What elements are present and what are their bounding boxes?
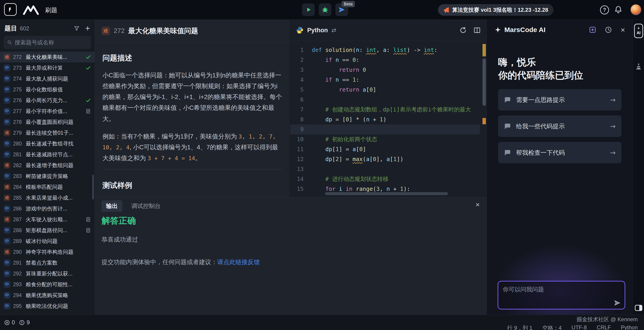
problem-id: 272 — [114, 27, 124, 34]
problem-list-item[interactable]: 难272最大化糖果美味... — [0, 52, 94, 62]
code-lines[interactable]: 1def solution(n: int, a: list) -> int:2 … — [290, 41, 486, 194]
send-button[interactable] — [614, 299, 621, 306]
problem-title: 糖果优惠购买策略 — [26, 292, 91, 299]
ai-input-box[interactable] — [498, 281, 625, 310]
sparkle-icon — [637, 26, 640, 30]
problem-list-item[interactable]: 中278最小覆盖圆面积问题 — [0, 116, 94, 128]
sidebar-scrollbar-thumb[interactable] — [92, 174, 94, 200]
status-cursor-position[interactable]: 行 9，列 1 — [507, 324, 532, 330]
section-heading-samples: 测试样例 — [102, 180, 282, 190]
vertical-scrollbar-thumb[interactable] — [482, 58, 486, 106]
paper-plane-icon — [338, 6, 345, 13]
language-switch-button[interactable]: ⇄ — [332, 27, 336, 34]
problem-list-item[interactable]: 中294糖果优惠购买策略 — [0, 290, 94, 301]
code-line[interactable]: 7 # 创建动态规划数组，dp[i]表示考虑前i个糖果时的最大 — [290, 105, 480, 114]
ide-logo[interactable] — [4, 3, 17, 16]
problems-status[interactable]: 0 9 — [4, 315, 32, 330]
output-panel: 输出 调试控制台 × 解答正确 恭喜成功通过 提交功能内测体验中，任何问题或者建… — [95, 197, 486, 315]
problem-list-item[interactable]: 中288矩形棋盘路径问... — [0, 225, 94, 236]
problem-list-item[interactable]: 中289破冰行动问题 — [0, 236, 94, 246]
user-avatar[interactable] — [630, 4, 642, 15]
problem-body: 问题描述 小C面临一个选择问题：她可以从编号为1到n的糖果中任意选择一些糖果作为… — [95, 53, 290, 197]
close-ai-button[interactable]: × — [620, 26, 625, 34]
code-line[interactable]: 14 # 进行动态规划状态转移 — [290, 174, 480, 184]
editor-vertical-scrollbar[interactable] — [482, 42, 486, 195]
problem-list-item[interactable]: 中280最长递减子数组寻找 — [0, 138, 94, 149]
problem-list-item[interactable]: 中274最大敌人捕获问题 — [0, 73, 94, 84]
problem-list-item[interactable]: 难285水果店果篮最小成... — [0, 192, 94, 203]
search-box[interactable] — [4, 36, 91, 49]
ai-input[interactable] — [498, 282, 624, 300]
problem-list-item[interactable]: 难290神奇字符串构造问题 — [0, 246, 94, 257]
status-eol[interactable]: CRLF — [597, 324, 611, 330]
problem-list-item[interactable]: 难287火车驶入驶出顺... — [0, 214, 94, 225]
reset-code-button[interactable] — [460, 26, 467, 34]
debug-button[interactable] — [319, 4, 331, 16]
suggestion-card-hint[interactable]: 需要一点思路提示 → — [498, 89, 622, 110]
code-line[interactable]: 1def solution(n: int, a: list) -> int: — [290, 45, 480, 55]
ai-assistant-button[interactable]: AI — [634, 24, 643, 38]
tab-debug-console[interactable]: 调试控制台 — [131, 202, 160, 210]
code-line[interactable]: 5 return a[0] — [290, 85, 480, 95]
line-number: 11 — [290, 144, 312, 154]
status-encoding[interactable]: UTF-8 — [572, 324, 587, 330]
suggestion-card-review[interactable]: 帮我检查一下代码 → — [498, 142, 622, 163]
code-line[interactable]: 12 dp[2] = max(a[0], a[1]) — [290, 154, 480, 164]
problem-list-item[interactable]: 难284模板串匹配问题 — [0, 182, 94, 192]
suggestion-card-code-hint[interactable]: 给我一些代码提示 → — [498, 116, 622, 137]
toggle-panel-button[interactable] — [634, 304, 643, 312]
add-problem-button[interactable]: + — [85, 25, 90, 32]
problem-list-item[interactable]: 中286游戏中的伤害计... — [0, 203, 94, 214]
status-indent[interactable]: 空格：4 — [542, 324, 562, 330]
top-bar: 刷题 Beta 算法竞技赛 vol1 3报名啦！12.23 -12. — [0, 0, 644, 20]
code-line[interactable]: 3 return 0 — [290, 65, 480, 75]
problem-list-item[interactable]: 中281最长递减路径节点... — [0, 149, 94, 160]
code-line[interactable]: 2 if n == 0: — [290, 55, 480, 65]
code-line[interactable]: 13 — [290, 164, 480, 174]
notifications-button[interactable] — [614, 6, 622, 14]
new-chat-button[interactable] — [589, 26, 596, 34]
problem-list-item[interactable]: 难282最长递增子数组问题 — [0, 160, 94, 171]
history-button[interactable] — [605, 26, 612, 34]
output-body: 解答正确 恭喜成功通过 提交功能内测体验中，任何问题或者建议：请点此链接反馈 — [95, 215, 486, 266]
feedback-link[interactable]: 请点此链接反馈 — [217, 259, 260, 266]
contest-banner-text: 算法竞技赛 vol1 3报名啦！12.23 -12.28 — [452, 6, 548, 14]
difficulty-badge: 难 — [102, 26, 110, 35]
feedback-text: 提交功能内测体验中，任何问题或者建议： — [102, 259, 217, 266]
chat-bubble-icon — [504, 123, 511, 130]
search-input[interactable] — [15, 39, 87, 46]
code-text: # 初始化前两个状态 — [312, 134, 377, 144]
problem-list-item[interactable]: 中275最小化数组极值 — [0, 84, 94, 95]
run-button[interactable] — [302, 4, 315, 16]
split-view-button[interactable] — [474, 26, 481, 34]
problem-list-item[interactable]: 中293粮食分配的可能性... — [0, 279, 94, 290]
code-line[interactable]: 8 dp = [0] * (n + 1) — [290, 114, 480, 124]
problem-list-item[interactable]: 中273最大异或和计算 — [0, 62, 94, 73]
line-number: 15 — [290, 184, 312, 194]
code-line[interactable]: 4 if n == 1: — [290, 75, 480, 85]
code-line[interactable]: 10 # 初始化前两个状态 — [290, 134, 480, 144]
problem-list-item[interactable]: 中283树苗健康提升策略 — [0, 171, 94, 182]
code-line[interactable]: 11 dp[1] = a[0] — [290, 144, 480, 154]
problem-list-item[interactable]: 中295糖果吃法优化问题 — [0, 301, 94, 312]
problem-title: 最小字符串价值... — [26, 108, 83, 115]
code-line[interactable]: 6 — [290, 95, 480, 105]
problem-list-item[interactable]: 中292算珠重新分配以获... — [0, 268, 94, 279]
filter-button[interactable] — [74, 25, 80, 32]
code-text: if n == 1: — [312, 75, 359, 85]
code-line[interactable]: 9 — [290, 124, 480, 134]
juejin-button[interactable] — [635, 62, 642, 70]
contest-banner[interactable]: 算法竞技赛 vol1 3报名啦！12.23 -12.28 — [438, 4, 553, 16]
problem-list-item[interactable]: 中291禁着点方案数 — [0, 257, 94, 268]
funnel-icon — [74, 25, 80, 32]
problem-list-item[interactable]: 中276最小周长巧克力... — [0, 95, 94, 106]
line-number: 10 — [290, 134, 312, 144]
tab-output[interactable]: 输出 — [102, 200, 122, 212]
status-language[interactable]: Python — [621, 324, 638, 330]
help-button[interactable]: ? — [600, 6, 609, 14]
problem-list-item[interactable]: 中277最小字符串价值... — [0, 106, 94, 116]
close-output-button[interactable]: × — [476, 200, 480, 209]
problem-list-item[interactable]: 难279最长连续交替01子... — [0, 128, 94, 138]
editor-horizontal-scrollbar[interactable] — [325, 192, 448, 195]
app-title: 刷题 — [45, 6, 57, 14]
